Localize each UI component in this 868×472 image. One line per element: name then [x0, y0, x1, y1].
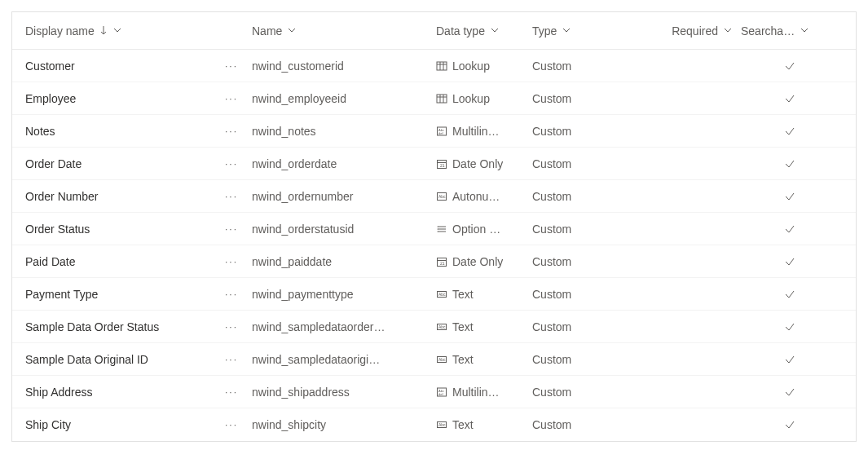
searchable-cell	[741, 256, 839, 267]
table-row[interactable]: Ship City···nwind_shipcityAbcTextCustom	[12, 408, 856, 441]
svg-text:Abc: Abc	[438, 422, 446, 427]
table-row[interactable]: Paid Date···nwind_paiddate21Date OnlyCus…	[12, 245, 856, 278]
display-name-cell: Notes	[25, 125, 211, 138]
check-icon	[741, 223, 839, 235]
data-type-label: Text	[452, 288, 474, 301]
table-row[interactable]: Sample Data Original ID···nwind_sampleda…	[12, 343, 856, 376]
table-row[interactable]: Customer···nwind_customeridLookupCustom	[12, 50, 856, 82]
type-cell: Custom	[532, 320, 638, 333]
header-row: Display name Name Data type Type	[12, 12, 856, 50]
data-type-cell: AbcAutonu…	[436, 190, 532, 203]
row-actions-menu[interactable]: ···	[225, 289, 238, 300]
type-cell: Custom	[532, 255, 638, 268]
display-name-cell: Ship City	[25, 418, 211, 431]
data-type-label: Text	[452, 418, 474, 431]
chevron-down-icon	[800, 24, 809, 37]
display-name-cell: Order Date	[25, 157, 211, 170]
text-icon: Abc	[436, 289, 447, 300]
check-icon	[741, 419, 839, 430]
table-row[interactable]: Payment Type···nwind_paymenttypeAbcTextC…	[12, 278, 856, 311]
type-cell: Custom	[532, 353, 638, 366]
column-header-name[interactable]: Name	[252, 24, 436, 37]
display-name-cell: Sample Data Order Status	[25, 320, 211, 333]
check-icon	[741, 289, 839, 300]
data-type-label: Lookup	[452, 60, 490, 73]
chevron-down-icon	[562, 24, 571, 37]
svg-rect-4	[437, 95, 447, 103]
column-header-label: Data type	[436, 24, 485, 37]
type-cell: Custom	[532, 418, 638, 431]
table-row[interactable]: Ship Address···nwind_shipaddressAbcdefMu…	[12, 376, 856, 408]
row-actions-menu[interactable]: ···	[225, 126, 238, 137]
name-cell: nwind_employeeid	[252, 92, 436, 105]
table-row[interactable]: Employee···nwind_employeeidLookupCustom	[12, 82, 856, 115]
chevron-down-icon	[112, 24, 122, 37]
row-actions-menu[interactable]: ···	[225, 386, 238, 398]
name-cell: nwind_customerid	[252, 60, 436, 73]
display-name-cell: Sample Data Original ID	[25, 353, 211, 366]
row-actions-menu[interactable]: ···	[225, 321, 238, 333]
column-header-label: Display name	[25, 24, 95, 37]
type-cell: Custom	[532, 386, 638, 399]
table-row[interactable]: Order Date···nwind_orderdate21Date OnlyC…	[12, 148, 856, 180]
data-type-cell: Option …	[436, 223, 532, 236]
row-actions-menu[interactable]: ···	[225, 354, 238, 365]
optionset-icon	[436, 223, 447, 235]
data-type-label: Text	[452, 320, 474, 333]
display-name-cell: Paid Date	[25, 255, 211, 268]
data-type-cell: AbcdefMultilin…	[436, 386, 532, 399]
svg-text:def: def	[438, 130, 443, 135]
name-cell: nwind_sampledataorigi…	[252, 353, 436, 366]
row-actions-menu[interactable]: ···	[225, 191, 238, 202]
column-header-type[interactable]: Type	[532, 24, 638, 37]
svg-text:Abc: Abc	[438, 292, 446, 297]
type-cell: Custom	[532, 60, 638, 73]
searchable-cell	[741, 289, 839, 300]
check-icon	[741, 354, 839, 365]
check-icon	[741, 93, 839, 104]
row-actions-menu[interactable]: ···	[225, 158, 238, 170]
column-header-required[interactable]: Required	[638, 24, 741, 37]
data-type-cell: AbcText	[436, 288, 532, 301]
name-cell: nwind_orderstatusid	[252, 223, 436, 236]
table-row[interactable]: Order Number···nwind_ordernumberAbcAuton…	[12, 180, 856, 213]
name-cell: nwind_shipaddress	[252, 386, 436, 399]
table-row[interactable]: Order Status···nwind_orderstatusidOption…	[12, 213, 856, 245]
row-actions-menu[interactable]: ···	[225, 419, 238, 430]
data-type-cell: AbcText	[436, 320, 532, 333]
name-cell: nwind_paiddate	[252, 255, 436, 268]
row-actions-menu[interactable]: ···	[225, 223, 238, 235]
chevron-down-icon	[490, 24, 500, 37]
searchable-cell	[741, 60, 839, 72]
name-cell: nwind_notes	[252, 125, 436, 138]
table-row[interactable]: Notes···nwind_notesAbcdefMultilin…Custom	[12, 115, 856, 148]
name-cell: nwind_ordernumber	[252, 190, 436, 203]
date-icon: 21	[436, 256, 447, 267]
row-actions-menu[interactable]: ···	[225, 60, 238, 72]
column-header-data-type[interactable]: Data type	[436, 24, 532, 37]
data-type-label: Text	[452, 353, 474, 366]
text-icon: Abc	[436, 419, 447, 430]
column-header-display-name[interactable]: Display name	[25, 24, 211, 37]
table-row[interactable]: Sample Data Order Status···nwind_sampled…	[12, 311, 856, 343]
searchable-cell	[741, 191, 839, 202]
name-cell: nwind_orderdate	[252, 157, 436, 170]
display-name-cell: Payment Type	[25, 288, 211, 301]
row-actions-menu[interactable]: ···	[225, 93, 238, 104]
searchable-cell	[741, 126, 839, 137]
data-type-cell: AbcText	[436, 418, 532, 431]
svg-rect-0	[437, 62, 447, 70]
column-header-label: Name	[252, 24, 282, 37]
data-type-cell: Lookup	[436, 60, 532, 73]
chevron-down-icon	[723, 24, 733, 37]
display-name-cell: Ship Address	[25, 386, 211, 399]
searchable-cell	[741, 321, 839, 333]
searchable-cell	[741, 158, 839, 170]
data-type-label: Lookup	[452, 92, 490, 105]
check-icon	[741, 321, 839, 333]
display-name-cell: Customer	[25, 60, 211, 73]
row-actions-menu[interactable]: ···	[225, 256, 238, 267]
column-header-searchable[interactable]: Searcha…	[741, 24, 839, 37]
column-header-label: Required	[672, 24, 718, 37]
svg-point-20	[438, 228, 438, 229]
